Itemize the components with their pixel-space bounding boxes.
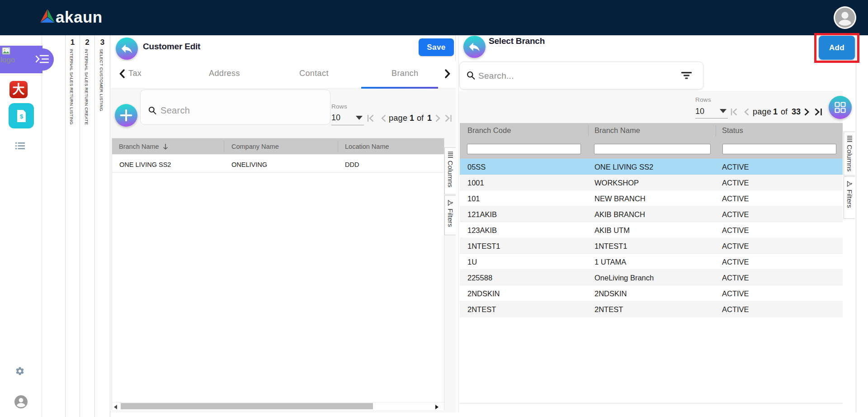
svg-text:$: $ (19, 113, 23, 119)
